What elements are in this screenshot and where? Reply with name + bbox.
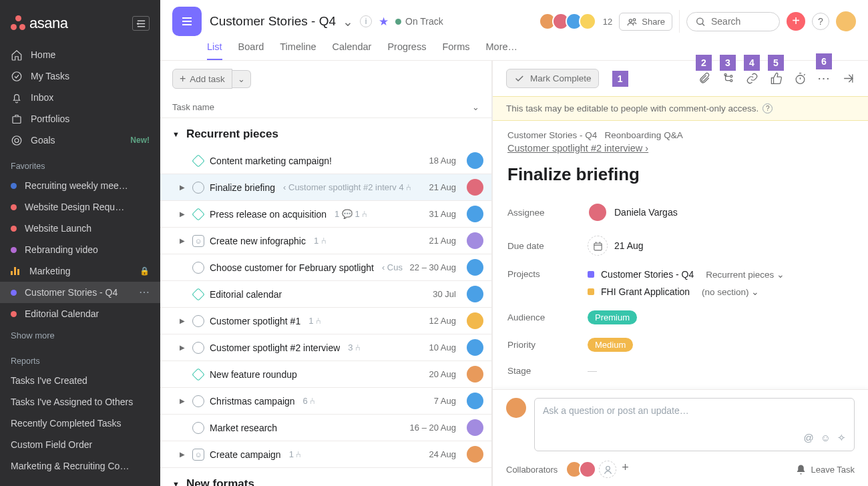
task-row[interactable]: ▶Christmas campaign6 ⑃7 Aug [160, 388, 491, 415]
field-channel[interactable]: Channel — [507, 383, 853, 389]
tab-calendar[interactable]: Calendar [333, 37, 372, 60]
assignee-avatar[interactable] [467, 259, 483, 276]
task-row[interactable]: New feature roundup20 Aug [160, 361, 491, 388]
complete-toggle[interactable] [192, 262, 204, 274]
complete-toggle[interactable] [192, 182, 204, 194]
banner-info-icon[interactable]: ? [763, 103, 773, 113]
field-due-date[interactable]: Due date 21 Aug [507, 229, 853, 262]
field-audience[interactable]: Audience Premium [507, 304, 853, 331]
mention-icon[interactable]: @ [803, 432, 813, 444]
assignee-avatar[interactable] [467, 232, 483, 249]
info-icon[interactable]: i [360, 15, 372, 27]
assignee-avatar[interactable] [467, 206, 483, 222]
sidebar-item-report[interactable]: Custom Field Order [0, 434, 160, 455]
search-input[interactable] [711, 16, 771, 27]
status-pill[interactable]: On Track [395, 16, 443, 27]
show-more-favorites[interactable]: Show more [0, 324, 160, 346]
sidebar-item-report[interactable]: Tasks I've Assigned to Others [0, 391, 160, 413]
assignee-avatar[interactable] [467, 179, 483, 196]
sidebar-item-project[interactable]: Rebranding video [0, 239, 160, 260]
leave-task-button[interactable]: Leave Task [795, 464, 855, 475]
sidebar-item-project[interactable]: Website Launch [0, 218, 160, 239]
mark-complete-button[interactable]: Mark Complete [506, 69, 599, 88]
add-collaborator-button[interactable]: + [622, 461, 629, 478]
share-button[interactable]: Share [619, 13, 672, 31]
assignee-avatar[interactable] [467, 152, 483, 169]
collaborator-avatar[interactable] [579, 461, 596, 478]
milestone-icon[interactable] [192, 154, 205, 168]
help-icon[interactable]: ? [812, 13, 829, 30]
sidebar-item-portfolios[interactable]: Portfolios [0, 108, 160, 130]
like-icon[interactable]: 5 [768, 72, 784, 85]
field-stage[interactable]: Stage — [507, 358, 853, 383]
task-row[interactable]: ▶☺Create campaign1 ⑃24 Aug [160, 441, 491, 468]
field-assignee[interactable]: Assignee Daniela Vargas [507, 196, 853, 229]
assignee-avatar[interactable] [467, 312, 483, 329]
complete-toggle[interactable] [192, 342, 204, 354]
column-dropdown-icon[interactable]: ⌄ [472, 102, 479, 112]
collapse-sidebar-icon[interactable] [132, 16, 150, 31]
assignee-avatar[interactable] [467, 339, 483, 356]
asana-logo[interactable]: asana [11, 15, 67, 32]
section-header[interactable]: ▼Recurrent pieces [160, 118, 491, 148]
sidebar-item-project[interactable]: Recruiting weekly mee… [0, 175, 160, 196]
approval-icon[interactable]: ☺ [192, 235, 204, 247]
close-detail-icon[interactable] [840, 72, 856, 85]
task-row[interactable]: ▶Press release on acquisition1 💬 1 ⑃31 A… [160, 201, 491, 228]
assignee-avatar[interactable] [467, 286, 483, 302]
project-icon[interactable] [172, 7, 202, 36]
task-row[interactable]: Content marketing campaign!18 Aug [160, 148, 491, 174]
task-row[interactable]: ▶☺Create new infographic1 ⑃21 Aug [160, 228, 491, 254]
tab-progress[interactable]: Progress [387, 37, 426, 60]
sidebar-item-project[interactable]: Website Design Requ… [0, 196, 160, 218]
sidebar-item-project[interactable]: Customer Stories - Q4⋯ [0, 282, 160, 303]
parent-task-link[interactable]: Customer spotlight #2 interview › [507, 143, 648, 154]
sidebar-item-report[interactable]: Marketing & Recruiting Co… [0, 455, 160, 477]
star-icon[interactable]: ★ [379, 15, 389, 29]
field-priority[interactable]: Priority Medium [507, 331, 853, 358]
sidebar-item-inbox[interactable]: Inbox [0, 87, 160, 108]
assignee-avatar[interactable] [467, 393, 483, 409]
tab-list[interactable]: List [207, 37, 222, 60]
assignee-avatar[interactable] [467, 366, 483, 383]
task-row[interactable]: Choose customer for February spotlight‹ … [160, 254, 491, 281]
add-button[interactable]: + [787, 12, 805, 31]
attachment-icon[interactable]: 2 [696, 72, 712, 85]
stopwatch-icon[interactable] [792, 72, 808, 85]
milestone-icon[interactable] [192, 288, 205, 301]
task-row[interactable]: ▶Finalize briefing‹ Customer spotlight #… [160, 174, 491, 201]
complete-toggle[interactable] [192, 422, 204, 434]
assignee-avatar[interactable] [467, 446, 483, 463]
section-header[interactable]: ▼New formats [160, 468, 491, 486]
task-row[interactable]: ▶Customer spotlight #2 interview3 ⑃10 Au… [160, 334, 491, 361]
complete-toggle[interactable] [192, 395, 204, 407]
subtask-icon[interactable]: 3 [720, 72, 736, 85]
comment-input[interactable]: Ask a question or post an update… @ ☺ ✧ [534, 398, 855, 451]
link-icon[interactable]: 4 [744, 72, 760, 85]
user-avatar[interactable] [836, 11, 856, 31]
tab-board[interactable]: Board [238, 37, 264, 60]
star-reaction-icon[interactable]: ✧ [837, 432, 846, 444]
task-row[interactable]: ▶Customer spotlight #11 ⑃12 Aug [160, 308, 491, 334]
add-task-button[interactable]: +Add task [172, 69, 232, 89]
sidebar-item-project[interactable]: Editorial Calendar [0, 303, 160, 324]
complete-toggle[interactable] [192, 315, 204, 327]
sidebar-item-home[interactable]: Home [0, 44, 160, 65]
field-projects[interactable]: Projects Customer Stories - Q4Recurrent … [507, 262, 853, 304]
approval-icon[interactable]: ☺ [192, 449, 204, 461]
assignee-avatar[interactable] [467, 419, 483, 436]
sidebar-item-report[interactable]: Tasks I've Created [0, 370, 160, 391]
add-collaborator-placeholder[interactable] [599, 461, 616, 478]
sidebar-item-project[interactable]: Marketing🔒 [0, 260, 160, 282]
tab-forms[interactable]: Forms [442, 37, 469, 60]
task-row[interactable]: Editorial calendar30 Jul [160, 281, 491, 308]
member-avatars[interactable] [543, 13, 596, 30]
tab-timeline[interactable]: Timeline [280, 37, 316, 60]
search-box[interactable] [686, 12, 780, 31]
milestone-icon[interactable] [192, 368, 205, 381]
sidebar-item-my-tasks[interactable]: My Tasks [0, 65, 160, 87]
emoji-icon[interactable]: ☺ [821, 432, 831, 444]
task-row[interactable]: Market research16 – 20 Aug [160, 415, 491, 441]
tab-more[interactable]: More… [486, 37, 518, 60]
project-dropdown-icon[interactable]: ⌄ [343, 14, 353, 29]
